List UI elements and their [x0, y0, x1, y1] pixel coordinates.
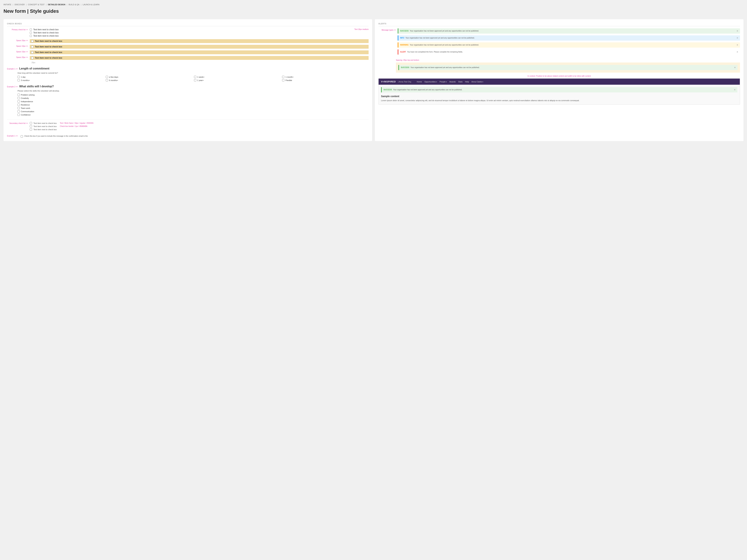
secondary-checklist-section: Secondary check list >> Text item next t… [7, 119, 368, 131]
vi-alert-close[interactable]: ✕ [734, 88, 736, 91]
v-nav-home[interactable]: Home [417, 81, 422, 83]
example2-title: What skills will I develop? [19, 85, 54, 88]
commitment-flexible: Flexible [282, 79, 368, 81]
cb-creativity[interactable] [18, 97, 20, 99]
skill-confidence: Confidence [18, 113, 368, 116]
space-20px-top: Space 20px >> Text item next to check bo… [7, 39, 368, 44]
alert-success-close[interactable]: ✕ [737, 30, 738, 32]
checkboxes-panel: CHECK BOXES Primary check list >> Text i… [3, 19, 372, 141]
cb-1year[interactable] [194, 79, 196, 81]
skills-list: Problem solving Creativity Independence … [18, 94, 368, 116]
secondary-cb-1[interactable] [30, 122, 32, 124]
cb-1day-label: 1 day [21, 76, 26, 78]
commitment-fewdays: a few days [106, 76, 192, 78]
highlight-label-4: Text item next to check box [35, 57, 62, 59]
checkboxes-panel-title: CHECK BOXES [7, 23, 368, 26]
alert-warning-close[interactable]: ✕ [737, 44, 738, 46]
cb-teamwork[interactable] [18, 107, 20, 109]
commitment-6months: 6 months+ [106, 79, 192, 81]
cb-fewdays-label: a few days [109, 76, 119, 78]
highlight-checkbox-1[interactable] [31, 40, 33, 42]
cb-flexible[interactable] [282, 79, 284, 81]
alert-warning-wrap: WARNING Your organisation has not been a… [398, 42, 740, 48]
page-title: New form | Style guides [3, 8, 744, 14]
highlight-checkbox-3[interactable] [31, 51, 33, 54]
v-nav-help[interactable]: Help [465, 81, 469, 83]
v-nav-user[interactable]: Anna Clarke [471, 81, 483, 83]
cb-6months[interactable] [106, 79, 108, 81]
skill-teamwork: Team work [18, 107, 368, 109]
secondary-annotation-2: Check box border / 1px / #BABABA [60, 125, 87, 127]
alert-error-wrap: ALERT You have not completed the form. P… [398, 49, 740, 55]
example1-section: Example 1 >> Length of commitment How lo… [7, 67, 368, 81]
secondary-item-3-row: Text item next to check box [30, 128, 368, 131]
example2-label: Example 2 >> [7, 86, 18, 88]
secondary-label-1: Text item next to check box [33, 122, 57, 124]
secondary-cb-2[interactable] [30, 125, 32, 127]
checkbox-2[interactable] [30, 32, 32, 34]
cb-6months-label: 6 months+ [109, 79, 118, 81]
alert-info: INFO Your organisation has not been appr… [398, 35, 740, 41]
cb-confidence[interactable] [18, 113, 20, 116]
highlighted-alert-close[interactable]: ✕ [734, 66, 736, 69]
breadcrumb-item-initiate: INITIATE [3, 3, 11, 6]
alert-info-wrap: INFO Your organisation has not been appr… [398, 35, 740, 41]
highlight-row-2: Text item next to check box [30, 45, 368, 49]
cb-3months[interactable] [18, 79, 20, 81]
space-10px-top-1: Space 10px >> Text item next to check bo… [7, 45, 368, 49]
secondary-cb-3[interactable] [30, 128, 32, 131]
message-types-section: Message types >> SUCCESS Your organisati… [379, 28, 740, 56]
alert-info-badge: INFO [400, 37, 404, 39]
alert-error-close[interactable]: ✕ [737, 51, 738, 53]
breadcrumb-item-discover: DISCOVER [15, 3, 25, 6]
checkbox-row-1: Text item next to check box [30, 28, 59, 31]
alert-error-content: ALERT You have not completed the form. P… [400, 51, 463, 53]
alert-list: SUCCESS Your organisation has not been a… [398, 28, 740, 56]
alert-info-close[interactable]: ✕ [737, 37, 738, 39]
space-20px-bottom: Space 20px >> Text item next to check bo… [7, 56, 368, 60]
cb-fewdays[interactable] [106, 76, 108, 78]
v-nav: Home Opportunities People Awards Stats H… [417, 81, 483, 83]
highlight-checkbox-2[interactable] [31, 46, 33, 48]
alerts-panel-title: ALERTS [379, 23, 740, 26]
primary-checkboxes: Text item next to check box Text item ne… [30, 28, 59, 38]
v-nav-stats[interactable]: Stats [458, 81, 463, 83]
cb-1month[interactable] [282, 76, 284, 78]
cb-1week[interactable] [194, 76, 196, 78]
skill-independence-label: Independence [21, 101, 33, 103]
vi-alert-content: SUCCESS Your organisation has not been a… [384, 88, 462, 91]
space-20px-label-2: Space 20px >> [7, 56, 30, 58]
secondary-annotation-1: Text / Work Sans / 16px / regular / #555… [60, 122, 94, 124]
checkbox-1[interactable] [30, 29, 32, 31]
highlight-row-1: Text item next to check box [30, 39, 368, 43]
spacing-note-wrap: Spacing: 20px top and bottom [379, 59, 740, 61]
highlight-row-2-wrap: Text item next to check box [30, 45, 368, 49]
checkbox-3[interactable] [30, 35, 32, 37]
spacing-section: Space 20px >> Text item next to check bo… [7, 39, 368, 63]
example1b-section: Example 1 >> Check this box if you want … [7, 135, 368, 137]
highlight-checkbox-4[interactable] [31, 57, 33, 59]
highlight-row-4: Text item next to check box [30, 56, 368, 60]
cb-independence[interactable] [18, 100, 20, 103]
v-nav-people[interactable]: People [439, 81, 447, 83]
highlight-row-3: Text item next to check box [30, 50, 368, 54]
alert-warning-content: WARNING Your organisation has not been a… [400, 44, 479, 46]
example1b-checkbox[interactable] [21, 135, 23, 137]
highlight-label-1: Text item next to check box [35, 40, 62, 42]
alert-success-wrap: SUCCESS Your organisation has not been a… [398, 28, 740, 34]
cb-1year-label: 1 year+ [197, 79, 204, 81]
cb-1day[interactable] [18, 76, 20, 78]
checkbox-row-2: Text item next to check box [30, 31, 59, 34]
alert-error-text: You have not completed the form. Please … [407, 51, 463, 53]
alert-error-badge: ALERT [400, 51, 406, 53]
cb-1month-label: 1 month+ [285, 76, 293, 78]
alert-success-badge: SUCCESS [400, 30, 409, 32]
highlight-row-4-wrap: Text item next to check box [30, 56, 368, 60]
example1-title: Length of commitment [19, 67, 49, 70]
cb-problem-solving[interactable] [18, 94, 20, 96]
cb-communication[interactable] [18, 110, 20, 112]
breadcrumb-item-concept: CONCEPT & TEST [28, 3, 45, 6]
v-nav-awards[interactable]: Awards [449, 81, 456, 83]
cb-resilience[interactable] [18, 104, 20, 106]
v-nav-opportunities[interactable]: Opportunities [424, 81, 437, 83]
